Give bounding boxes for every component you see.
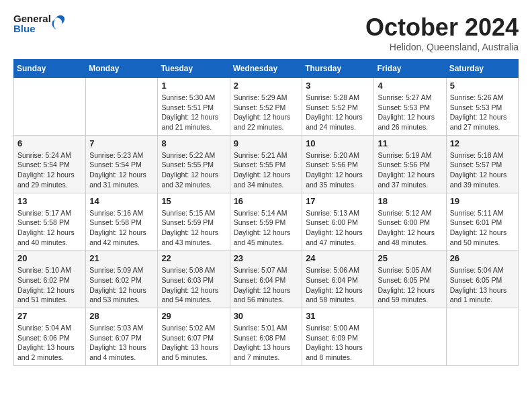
title-block: October 2024 Helidon, Queensland, Austra… — [365, 13, 519, 52]
day-info: Sunrise: 5:27 AM Sunset: 5:53 PM Dayligh… — [378, 93, 442, 132]
calendar-cell: 3Sunrise: 5:28 AM Sunset: 5:52 PM Daylig… — [302, 78, 374, 136]
calendar-cell: 20Sunrise: 5:10 AM Sunset: 6:02 PM Dayli… — [14, 250, 86, 308]
calendar-cell: 7Sunrise: 5:23 AM Sunset: 5:54 PM Daylig… — [86, 135, 158, 193]
day-number: 25 — [378, 253, 442, 263]
calendar-cell: 9Sunrise: 5:21 AM Sunset: 5:55 PM Daylig… — [230, 135, 302, 193]
calendar-cell — [446, 308, 518, 366]
day-number: 12 — [450, 138, 515, 148]
day-info: Sunrise: 5:23 AM Sunset: 5:54 PM Dayligh… — [89, 150, 154, 190]
calendar-week-3: 13Sunrise: 5:17 AM Sunset: 5:58 PM Dayli… — [14, 193, 519, 250]
calendar-cell: 16Sunrise: 5:14 AM Sunset: 5:59 PM Dayli… — [230, 193, 302, 250]
day-number: 22 — [161, 253, 226, 263]
day-number: 21 — [89, 253, 154, 263]
calendar-cell: 26Sunrise: 5:04 AM Sunset: 6:05 PM Dayli… — [446, 250, 518, 308]
calendar-cell: 5Sunrise: 5:26 AM Sunset: 5:53 PM Daylig… — [446, 78, 518, 136]
calendar-cell — [14, 78, 86, 136]
day-info: Sunrise: 5:15 AM Sunset: 5:59 PM Dayligh… — [161, 208, 226, 248]
calendar-cell: 14Sunrise: 5:16 AM Sunset: 5:58 PM Dayli… — [86, 193, 158, 250]
day-number: 7 — [89, 138, 154, 148]
calendar-cell: 15Sunrise: 5:15 AM Sunset: 5:59 PM Dayli… — [158, 193, 230, 250]
calendar-cell: 23Sunrise: 5:07 AM Sunset: 6:04 PM Dayli… — [230, 250, 302, 308]
day-number: 19 — [450, 196, 515, 206]
day-number: 6 — [17, 138, 82, 148]
calendar-cell: 4Sunrise: 5:27 AM Sunset: 5:53 PM Daylig… — [374, 78, 446, 136]
day-info: Sunrise: 5:24 AM Sunset: 5:54 PM Dayligh… — [17, 150, 82, 190]
day-info: Sunrise: 5:05 AM Sunset: 6:05 PM Dayligh… — [378, 265, 442, 305]
weekday-header-monday: Monday — [86, 60, 158, 78]
location: Helidon, Queensland, Australia — [365, 42, 519, 52]
logo: General Blue — [13, 13, 66, 38]
day-info: Sunrise: 5:01 AM Sunset: 6:08 PM Dayligh… — [234, 323, 299, 363]
calendar-cell — [374, 308, 446, 366]
day-number: 3 — [306, 81, 370, 91]
day-info: Sunrise: 5:29 AM Sunset: 5:52 PM Dayligh… — [234, 93, 299, 132]
weekday-header-friday: Friday — [374, 60, 446, 78]
day-info: Sunrise: 5:10 AM Sunset: 6:02 PM Dayligh… — [17, 265, 82, 305]
day-number: 30 — [234, 311, 299, 321]
day-number: 4 — [378, 81, 442, 91]
calendar-table: SundayMondayTuesdayWednesdayThursdayFrid… — [13, 59, 519, 366]
day-number: 11 — [378, 138, 442, 148]
day-number: 16 — [234, 196, 299, 206]
day-number: 20 — [17, 253, 82, 263]
weekday-header-row: SundayMondayTuesdayWednesdayThursdayFrid… — [14, 60, 519, 78]
day-number: 18 — [378, 196, 442, 206]
calendar-cell: 24Sunrise: 5:06 AM Sunset: 6:04 PM Dayli… — [302, 250, 374, 308]
calendar-cell: 13Sunrise: 5:17 AM Sunset: 5:58 PM Dayli… — [14, 193, 86, 250]
day-info: Sunrise: 5:26 AM Sunset: 5:53 PM Dayligh… — [450, 93, 515, 132]
weekday-header-tuesday: Tuesday — [158, 60, 230, 78]
day-info: Sunrise: 5:30 AM Sunset: 5:51 PM Dayligh… — [161, 93, 226, 132]
day-info: Sunrise: 5:04 AM Sunset: 6:06 PM Dayligh… — [17, 323, 82, 363]
calendar-cell: 29Sunrise: 5:02 AM Sunset: 6:07 PM Dayli… — [158, 308, 230, 366]
calendar-cell: 17Sunrise: 5:13 AM Sunset: 6:00 PM Dayli… — [302, 193, 374, 250]
logo-general: General — [13, 13, 43, 24]
day-info: Sunrise: 5:08 AM Sunset: 6:03 PM Dayligh… — [161, 265, 226, 305]
calendar-cell: 31Sunrise: 5:00 AM Sunset: 6:09 PM Dayli… — [302, 308, 374, 366]
calendar-cell: 12Sunrise: 5:18 AM Sunset: 5:57 PM Dayli… — [446, 135, 518, 193]
day-number: 14 — [89, 196, 154, 206]
day-number: 26 — [450, 253, 515, 263]
day-number: 23 — [234, 253, 299, 263]
page-header: General Blue October 2024 Helidon, Queen… — [13, 13, 519, 52]
day-info: Sunrise: 5:14 AM Sunset: 5:59 PM Dayligh… — [234, 208, 299, 248]
day-number: 29 — [161, 311, 226, 321]
calendar-cell: 1Sunrise: 5:30 AM Sunset: 5:51 PM Daylig… — [158, 78, 230, 136]
calendar-cell: 2Sunrise: 5:29 AM Sunset: 5:52 PM Daylig… — [230, 78, 302, 136]
calendar-cell — [86, 78, 158, 136]
day-info: Sunrise: 5:16 AM Sunset: 5:58 PM Dayligh… — [89, 208, 154, 248]
day-info: Sunrise: 5:00 AM Sunset: 6:09 PM Dayligh… — [306, 323, 370, 363]
calendar-cell: 30Sunrise: 5:01 AM Sunset: 6:08 PM Dayli… — [230, 308, 302, 366]
day-info: Sunrise: 5:28 AM Sunset: 5:52 PM Dayligh… — [306, 93, 370, 132]
day-info: Sunrise: 5:12 AM Sunset: 6:00 PM Dayligh… — [378, 208, 442, 248]
day-number: 31 — [306, 311, 370, 321]
day-info: Sunrise: 5:09 AM Sunset: 6:02 PM Dayligh… — [89, 265, 154, 305]
day-number: 27 — [17, 311, 82, 321]
calendar-week-2: 6Sunrise: 5:24 AM Sunset: 5:54 PM Daylig… — [14, 135, 519, 193]
day-info: Sunrise: 5:03 AM Sunset: 6:07 PM Dayligh… — [89, 323, 154, 363]
day-number: 8 — [161, 138, 226, 148]
day-number: 9 — [234, 138, 299, 148]
day-info: Sunrise: 5:18 AM Sunset: 5:57 PM Dayligh… — [450, 150, 515, 190]
weekday-header-sunday: Sunday — [14, 60, 86, 78]
day-number: 28 — [89, 311, 154, 321]
day-info: Sunrise: 5:04 AM Sunset: 6:05 PM Dayligh… — [450, 265, 515, 305]
day-info: Sunrise: 5:20 AM Sunset: 5:56 PM Dayligh… — [306, 150, 370, 190]
day-number: 24 — [306, 253, 370, 263]
calendar-cell: 8Sunrise: 5:22 AM Sunset: 5:55 PM Daylig… — [158, 135, 230, 193]
calendar-cell: 27Sunrise: 5:04 AM Sunset: 6:06 PM Dayli… — [14, 308, 86, 366]
day-info: Sunrise: 5:22 AM Sunset: 5:55 PM Dayligh… — [161, 150, 226, 190]
weekday-header-thursday: Thursday — [302, 60, 374, 78]
day-number: 15 — [161, 196, 226, 206]
calendar-week-1: 1Sunrise: 5:30 AM Sunset: 5:51 PM Daylig… — [14, 78, 519, 136]
day-info: Sunrise: 5:11 AM Sunset: 6:01 PM Dayligh… — [450, 208, 515, 248]
day-info: Sunrise: 5:19 AM Sunset: 5:56 PM Dayligh… — [378, 150, 442, 190]
weekday-header-saturday: Saturday — [446, 60, 518, 78]
calendar-cell: 22Sunrise: 5:08 AM Sunset: 6:03 PM Dayli… — [158, 250, 230, 308]
day-number: 10 — [306, 138, 370, 148]
day-number: 13 — [17, 196, 82, 206]
day-number: 17 — [306, 196, 370, 206]
weekday-header-wednesday: Wednesday — [230, 60, 302, 78]
day-info: Sunrise: 5:07 AM Sunset: 6:04 PM Dayligh… — [234, 265, 299, 305]
logo-blue: Blue — [13, 24, 43, 34]
day-info: Sunrise: 5:02 AM Sunset: 6:07 PM Dayligh… — [161, 323, 226, 363]
